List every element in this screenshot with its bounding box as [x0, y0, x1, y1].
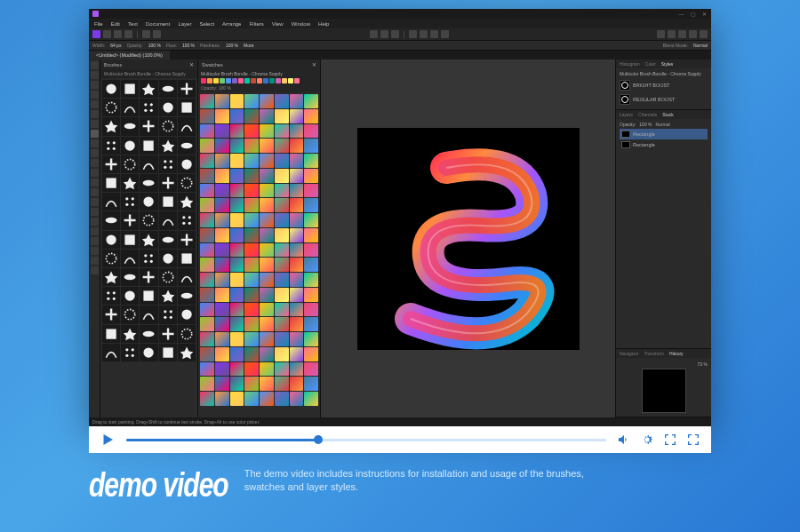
layer-item[interactable]: Rectangle	[620, 129, 708, 139]
swatch-thumbnail[interactable]	[244, 154, 259, 168]
close-button[interactable]: ✕	[701, 11, 708, 17]
tool-button[interactable]	[91, 218, 99, 226]
menu-select[interactable]: Select	[199, 21, 214, 27]
swatch-thumbnail[interactable]	[200, 109, 214, 123]
swatch-thumbnail[interactable]	[230, 317, 244, 331]
hardness-value[interactable]: 100 %	[226, 43, 238, 48]
swatch-thumbnail[interactable]	[200, 243, 214, 258]
toolbar-button[interactable]	[657, 30, 665, 38]
brush-thumbnail[interactable]	[121, 231, 139, 249]
brush-thumbnail[interactable]	[121, 268, 139, 286]
swatch-thumbnail[interactable]	[290, 362, 304, 377]
menu-window[interactable]: Window	[292, 21, 310, 27]
swatch-thumbnail[interactable]	[260, 124, 274, 139]
tab-styles[interactable]: Styles	[661, 61, 674, 67]
brush-thumbnail[interactable]	[102, 174, 120, 192]
swatch-thumbnail[interactable]	[215, 347, 229, 361]
swatch-thumbnail[interactable]	[290, 377, 304, 391]
brush-thumbnail[interactable]	[178, 268, 196, 286]
swatch-thumbnail[interactable]	[304, 377, 318, 391]
swatch-thumbnail[interactable]	[200, 362, 214, 377]
swatch-thumbnail[interactable]	[230, 347, 244, 361]
brush-thumbnail[interactable]	[178, 174, 196, 192]
swatch-thumbnail[interactable]	[275, 258, 289, 272]
brush-thumbnail[interactable]	[178, 80, 196, 98]
tab-stock[interactable]: Stock	[662, 112, 674, 117]
toolbar-button[interactable]	[430, 30, 438, 38]
brush-thumbnail[interactable]	[178, 231, 196, 249]
tool-button[interactable]	[91, 237, 99, 245]
tab-transform[interactable]: Transform	[644, 351, 664, 356]
recent-color[interactable]	[294, 78, 300, 83]
toolbar-button[interactable]	[153, 30, 161, 38]
swatch-thumbnail[interactable]	[230, 139, 244, 153]
brush-thumbnail[interactable]	[102, 325, 120, 343]
brush-thumbnail[interactable]	[121, 174, 139, 192]
brush-thumbnail[interactable]	[178, 344, 196, 361]
tool-button[interactable]	[91, 61, 99, 69]
layer-opacity-value[interactable]: 100 %	[639, 122, 652, 127]
recent-color[interactable]	[288, 78, 293, 83]
tool-button[interactable]	[91, 159, 99, 167]
exit-fullscreen-icon[interactable]	[686, 433, 700, 447]
swatch-thumbnail[interactable]	[200, 347, 214, 361]
swatch-thumbnail[interactable]	[200, 332, 214, 346]
swatch-thumbnail[interactable]	[200, 124, 214, 139]
swatch-thumbnail[interactable]	[260, 377, 274, 391]
brush-thumbnail[interactable]	[178, 287, 196, 305]
swatch-thumbnail[interactable]	[260, 109, 274, 123]
brush-thumbnail[interactable]	[140, 250, 157, 267]
swatch-thumbnail[interactable]	[215, 303, 229, 317]
swatch-thumbnail[interactable]	[215, 169, 229, 183]
swatch-thumbnail[interactable]	[275, 273, 289, 287]
swatch-thumbnail[interactable]	[275, 317, 289, 331]
swatch-thumbnail[interactable]	[304, 362, 318, 377]
tool-button[interactable]	[91, 208, 99, 216]
brush-thumbnail[interactable]	[140, 231, 157, 249]
swatch-thumbnail[interactable]	[244, 288, 259, 302]
artboard[interactable]	[357, 128, 580, 350]
recent-color[interactable]	[282, 78, 287, 83]
swatch-thumbnail[interactable]	[215, 258, 229, 272]
swatch-thumbnail[interactable]	[230, 258, 244, 272]
swatch-thumbnail[interactable]	[215, 273, 229, 287]
toolbar-button[interactable]	[420, 30, 428, 38]
swatch-thumbnail[interactable]	[290, 154, 304, 168]
tool-button[interactable]	[91, 149, 99, 157]
brush-set-selector[interactable]: Multicolor Brush Bundle - Chroma Supply	[100, 69, 197, 78]
swatch-thumbnail[interactable]	[244, 273, 259, 287]
swatch-thumbnail[interactable]	[290, 392, 304, 406]
layer-blend-value[interactable]: Normal	[656, 122, 670, 127]
swatch-thumbnail[interactable]	[230, 288, 244, 302]
swatch-thumbnail[interactable]	[260, 94, 274, 108]
recent-color[interactable]	[213, 78, 219, 83]
swatch-thumbnail[interactable]	[215, 154, 229, 168]
recent-color[interactable]	[201, 78, 206, 83]
swatch-thumbnail[interactable]	[260, 213, 274, 227]
swatch-thumbnail[interactable]	[230, 124, 244, 139]
brush-thumbnail[interactable]	[159, 306, 177, 323]
fullscreen-icon[interactable]	[663, 433, 677, 447]
toolbar-button[interactable]	[689, 30, 697, 38]
tool-button[interactable]	[91, 247, 99, 255]
swatch-thumbnail[interactable]	[244, 377, 259, 391]
brush-thumbnail[interactable]	[102, 80, 120, 98]
swatch-thumbnail[interactable]	[260, 243, 274, 258]
brush-thumbnail[interactable]	[102, 306, 120, 323]
toolbar-button[interactable]	[441, 30, 449, 38]
swatch-thumbnail[interactable]	[304, 258, 318, 272]
swatch-thumbnail[interactable]	[260, 288, 274, 302]
menu-view[interactable]: View	[272, 21, 284, 27]
brush-thumbnail[interactable]	[121, 287, 139, 305]
swatch-thumbnail[interactable]	[290, 109, 304, 123]
swatch-thumbnail[interactable]	[215, 288, 229, 302]
swatch-thumbnail[interactable]	[200, 377, 214, 391]
brush-thumbnail[interactable]	[140, 344, 157, 361]
swatch-thumbnail[interactable]	[230, 228, 244, 242]
menu-text[interactable]: Text	[128, 21, 138, 27]
swatch-thumbnail[interactable]	[215, 124, 229, 139]
brush-thumbnail[interactable]	[102, 287, 120, 305]
recent-color[interactable]	[238, 78, 244, 83]
brush-thumbnail[interactable]	[140, 137, 157, 155]
swatch-thumbnail[interactable]	[275, 288, 289, 302]
